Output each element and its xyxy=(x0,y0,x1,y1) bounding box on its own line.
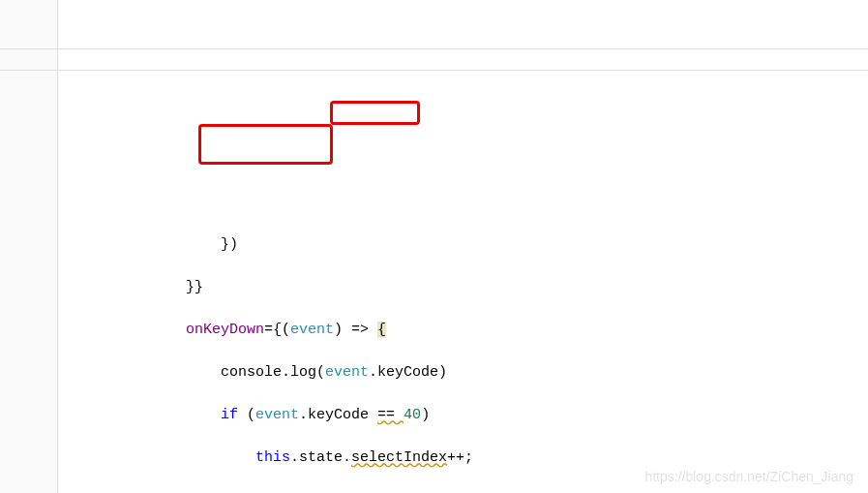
brace-match: { xyxy=(377,322,386,338)
warning-squiggle: == xyxy=(377,407,404,423)
code-area[interactable]: }) }} onKeyDown={(event) => { console.lo… xyxy=(58,213,868,493)
horizontal-rule xyxy=(0,70,868,71)
code-number: 40 xyxy=(404,407,421,423)
horizontal-rule xyxy=(0,48,868,49)
code-text: ) xyxy=(421,407,430,423)
watermark: https://blog.csdn.net/ZiChen_Jiang xyxy=(644,466,853,487)
code-identifier: event xyxy=(325,364,369,381)
code-keyword: if xyxy=(221,407,238,423)
code-keyword: this xyxy=(255,449,290,466)
code-text: }} xyxy=(64,279,203,295)
code-editor[interactable]: }) }} onKeyDown={(event) => { console.lo… xyxy=(0,170,868,493)
code-text: .keyCode) xyxy=(369,364,447,381)
code-text xyxy=(64,407,221,423)
code-text: console.log( xyxy=(64,364,325,381)
code-line[interactable]: if (event.keyCode == 40) xyxy=(64,405,868,426)
code-text: ={( xyxy=(264,322,290,338)
annotation-box xyxy=(198,124,333,165)
code-line[interactable]: onKeyDown={(event) => { xyxy=(64,320,868,341)
code-line[interactable]: }) xyxy=(64,234,868,256)
annotation-box xyxy=(330,101,420,125)
code-prop: onKeyDown xyxy=(186,322,264,338)
code-identifier: event xyxy=(255,407,299,423)
code-text: ++; xyxy=(447,449,473,466)
code-identifier: event xyxy=(290,322,334,338)
code-line[interactable]: }} xyxy=(64,277,868,298)
code-line[interactable]: console.log(event.keyCode) xyxy=(64,362,868,384)
code-text: ( xyxy=(238,407,255,423)
code-text xyxy=(64,449,255,466)
code-text: ) => xyxy=(334,322,377,338)
code-text: }) xyxy=(64,236,238,253)
code-text xyxy=(64,322,186,338)
code-text: .state. xyxy=(290,449,351,466)
warning-squiggle: selectIndex xyxy=(351,449,447,466)
code-text: .keyCode xyxy=(299,407,377,423)
